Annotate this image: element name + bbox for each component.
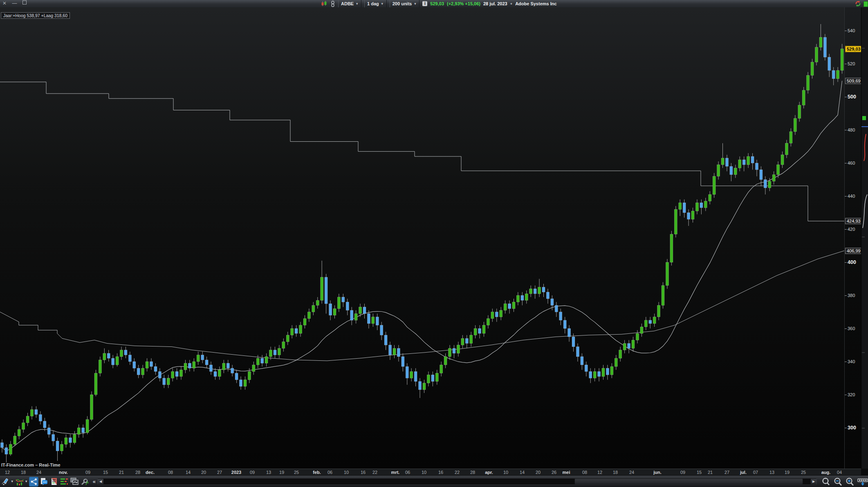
time-tick-label: 18 xyxy=(21,470,26,475)
candle-body xyxy=(1,442,4,447)
time-tick-label: 26 xyxy=(552,470,556,475)
news-icon[interactable] xyxy=(49,477,59,487)
candle-body xyxy=(376,317,379,325)
candle-body xyxy=(150,362,153,366)
candle-body xyxy=(393,348,396,355)
candle-body xyxy=(180,370,183,376)
draw-tool-icon[interactable] xyxy=(1,477,10,487)
maximize-icon[interactable] xyxy=(22,0,27,4)
time-tick-label: 10 xyxy=(344,470,349,475)
candle-body xyxy=(772,174,775,181)
candle-body xyxy=(713,176,715,195)
collapse-toolbar-icon[interactable]: « xyxy=(93,478,96,485)
candle-body xyxy=(235,373,238,380)
share-icon[interactable] xyxy=(29,477,38,487)
chat-icon[interactable] xyxy=(39,477,49,487)
candle-body xyxy=(700,203,703,208)
candle-body xyxy=(325,277,327,304)
candle-body xyxy=(525,294,528,300)
close-icon[interactable]: ✕ xyxy=(2,0,8,6)
candle-body xyxy=(337,297,340,308)
draw-tool-dropdown[interactable]: ▼ xyxy=(10,480,14,483)
settings-wrench-icon[interactable] xyxy=(80,477,90,487)
price-tick-label: 520 xyxy=(848,61,855,66)
candle-body xyxy=(31,409,34,416)
price-tick-mark xyxy=(845,395,847,395)
price-tick-mark xyxy=(845,163,847,163)
candle-body xyxy=(585,365,588,371)
last-price-axis-label: 529,03 xyxy=(845,46,862,52)
info-icon[interactable]: i xyxy=(422,1,427,6)
company-name: Adobe Systems Inc xyxy=(515,1,556,6)
candle-body xyxy=(440,365,443,373)
candle-body xyxy=(128,355,131,362)
candle-body xyxy=(265,357,268,363)
time-tick-label: 09 xyxy=(680,470,685,475)
candle-body xyxy=(644,320,647,327)
time-tick-label: dec. xyxy=(146,470,155,475)
candle-body xyxy=(397,348,400,357)
indicators-icon[interactable] xyxy=(60,477,69,487)
candle-body xyxy=(615,358,617,366)
time-tick-label: 21 xyxy=(708,470,713,475)
candle-body xyxy=(529,289,532,294)
candle-body xyxy=(175,371,178,376)
candle-body xyxy=(764,180,767,188)
time-tick-label: 10 xyxy=(503,470,508,475)
candle-body xyxy=(495,312,498,317)
candle-body xyxy=(717,165,720,176)
time-tick-label: feb. xyxy=(313,470,321,475)
windows-icon[interactable] xyxy=(70,477,79,487)
time-tick-label: 13 xyxy=(266,470,271,475)
link-chain-icon[interactable] xyxy=(330,1,335,7)
candle-body xyxy=(785,143,788,155)
scrollbar-thumb[interactable] xyxy=(574,478,803,485)
panel-minimize-icon[interactable] xyxy=(857,477,868,486)
candle-body xyxy=(461,338,464,345)
symbol-dropdown[interactable]: ADBE▼ xyxy=(338,0,361,7)
pan-zoom-icon[interactable] xyxy=(821,477,831,486)
candle-body xyxy=(261,358,264,363)
units-dropdown[interactable]: 200 units▼ xyxy=(390,0,420,7)
chart-type-icon[interactable] xyxy=(15,477,25,487)
candle-body xyxy=(721,158,724,165)
time-tick-label: 27 xyxy=(724,470,729,475)
candle-body xyxy=(576,347,579,357)
candle-body xyxy=(807,75,810,90)
price-tick-mark xyxy=(845,328,847,329)
indicator-axis-label: 509,69 xyxy=(845,78,862,84)
scroll-left-button[interactable]: ◀ xyxy=(98,479,103,484)
candle-body xyxy=(512,302,515,308)
zoom-out-icon[interactable] xyxy=(834,477,843,486)
chart-type-dropdown[interactable]: ▼ xyxy=(24,480,28,483)
time-tick-label: apr. xyxy=(485,470,493,475)
price-tick-mark xyxy=(845,196,847,197)
chart-plot-area[interactable]: Jaar:+Hoog 538,97 +Laag 318,60 IT-Financ… xyxy=(0,7,844,469)
price-tick-mark xyxy=(845,295,847,296)
minimize-icon[interactable]: — xyxy=(12,0,18,6)
indicator-axis-label: 424,93 xyxy=(845,218,862,224)
zoom-in-icon[interactable] xyxy=(846,477,855,486)
candle-body xyxy=(670,234,673,262)
time-tick-label: 06 xyxy=(327,470,332,475)
candle-body xyxy=(482,325,485,333)
scroll-right-button[interactable]: ▶ xyxy=(811,479,816,484)
time-axis[interactable]: 121824nov.09152128dec.081420272023091319… xyxy=(0,469,861,476)
refresh-icon[interactable] xyxy=(855,0,861,7)
candle-body xyxy=(662,286,664,306)
chart-scrollbar[interactable]: ◀ ▶ xyxy=(97,478,817,485)
price-tick-label: 460 xyxy=(848,161,855,165)
candle-body xyxy=(240,380,242,386)
candle-body xyxy=(628,344,630,348)
candlestick-chart-icon[interactable] xyxy=(321,1,327,7)
candle-body xyxy=(43,421,46,428)
connection-status-indicator xyxy=(864,1,868,7)
candle-body xyxy=(815,47,818,62)
candle-body xyxy=(231,368,234,373)
candle-body xyxy=(457,345,460,353)
price-axis[interactable]: 5405205004804604404204003803603403203005… xyxy=(844,7,861,469)
candle-body xyxy=(516,295,519,302)
candle-body xyxy=(116,357,119,365)
timeframe-dropdown[interactable]: 1 dag▼ xyxy=(364,0,387,7)
candle-body xyxy=(470,335,473,343)
